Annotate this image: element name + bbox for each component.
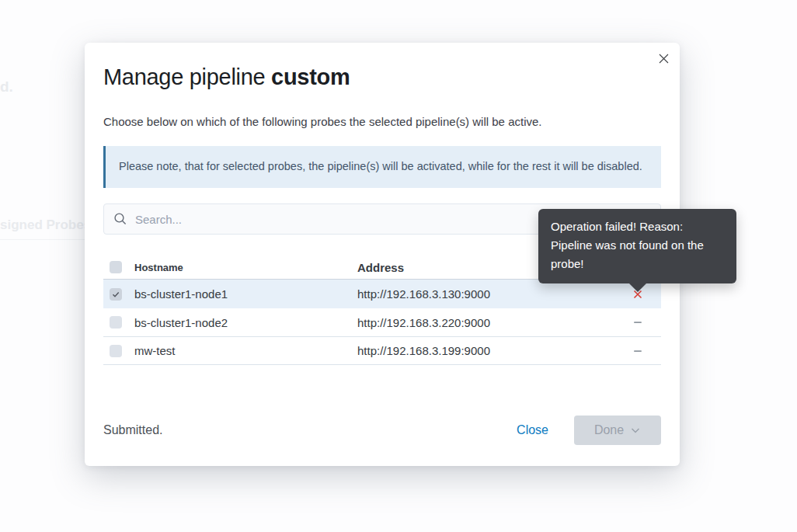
row-checkbox-checked[interactable]: [110, 288, 122, 301]
tooltip-line: Operation failed! Reason:: [551, 217, 724, 236]
close-icon[interactable]: [654, 49, 673, 68]
info-callout: Please note, that for selected probes, t…: [103, 146, 661, 188]
dash-icon: [628, 317, 647, 328]
modal-description: Choose below on which of the following p…: [103, 113, 661, 130]
tooltip-line: Pipeline was not found on the: [551, 236, 724, 255]
dash-icon: [628, 346, 647, 356]
hostname-cell: bs-cluster1-node2: [134, 316, 357, 329]
table-row[interactable]: bs-cluster1-node2 http://192.168.3.220:9…: [103, 308, 661, 337]
status-text: Submitted.: [103, 423, 162, 437]
background-ghost-text: d.: [0, 78, 13, 96]
modal-footer: Submitted. Close Done: [103, 416, 661, 445]
close-button[interactable]: Close: [517, 423, 548, 437]
row-checkbox[interactable]: [110, 345, 122, 357]
chevron-down-icon: [630, 425, 641, 436]
page-title: Manage pipeline custom: [103, 64, 661, 90]
done-button[interactable]: Done: [574, 416, 661, 445]
background-ghost-divider: [0, 239, 87, 240]
done-button-label: Done: [594, 423, 624, 437]
tooltip-line: probe!: [551, 255, 724, 273]
column-header-hostname: Hostname: [134, 262, 357, 273]
error-tooltip: Operation failed! Reason: Pipeline was n…: [538, 209, 736, 283]
pipeline-name: custom: [271, 64, 350, 89]
callout-text: Please note, that for selected probes, t…: [119, 160, 642, 172]
check-icon: [111, 290, 120, 299]
hostname-cell: mw-test: [134, 344, 357, 357]
search-icon: [113, 212, 127, 226]
hostname-cell: bs-cluster1-node1: [134, 287, 357, 301]
table-row[interactable]: bs-cluster1-node1 http://192.168.3.130:9…: [103, 280, 661, 308]
select-all-checkbox[interactable]: [110, 261, 122, 273]
background-ghost-label: signed Probes: [0, 217, 91, 233]
address-cell: http://192.168.3.130:9000: [357, 287, 628, 301]
tooltip-arrow: [628, 283, 647, 292]
address-cell: http://192.168.3.220:9000: [357, 316, 628, 329]
address-cell: http://192.168.3.199:9000: [357, 344, 628, 357]
table-row[interactable]: mw-test http://192.168.3.199:9000: [103, 336, 661, 365]
row-checkbox[interactable]: [110, 316, 122, 329]
